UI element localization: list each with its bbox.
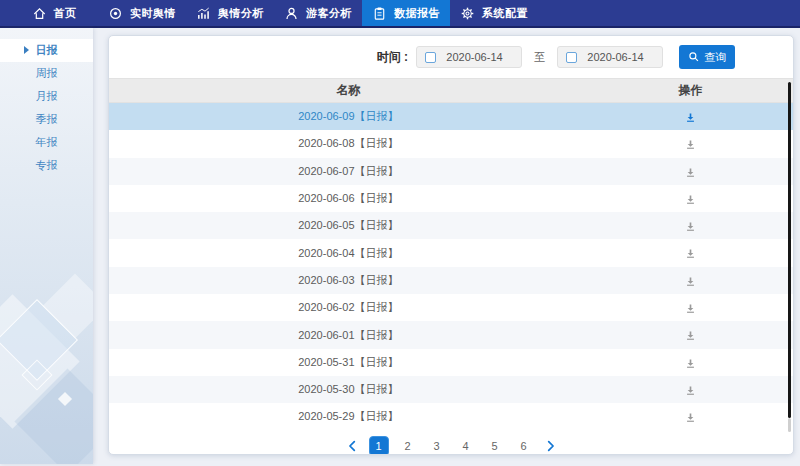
date-to-value: 2020-06-14	[577, 51, 654, 63]
sidebar-item-label: 季报	[36, 113, 58, 125]
page-number-5[interactable]: 5	[485, 436, 505, 455]
content-card: 时间 : 2020-06-14 至 2020-06-14 查询 名称 操作	[108, 35, 794, 455]
calendar-checkbox-icon[interactable]	[425, 52, 436, 63]
nav-label: 舆情分析	[218, 6, 264, 21]
table-row[interactable]: 2020-06-03【日报】	[109, 267, 793, 294]
table-header: 名称 操作	[109, 78, 793, 103]
gear-icon	[460, 6, 475, 21]
nav-label: 数据报告	[394, 6, 440, 21]
search-icon	[688, 51, 700, 63]
table-row[interactable]: 2020-05-29【日报】	[109, 403, 793, 430]
sidebar: 日报 周报 月报 季报 年报 专报	[0, 28, 93, 464]
nav-item-reports[interactable]: 数据报告	[362, 0, 450, 26]
table-row[interactable]: 2020-06-08【日报】	[109, 130, 793, 157]
report-name-link[interactable]: 2020-06-08【日报】	[109, 136, 588, 151]
download-icon[interactable]	[685, 358, 696, 369]
nav-item-settings[interactable]: 系统配置	[450, 0, 538, 26]
sidebar-item-quarterly[interactable]: 季报	[0, 108, 93, 131]
sidebar-item-label: 月报	[36, 90, 58, 102]
sidebar-item-special[interactable]: 专报	[0, 154, 93, 177]
main-content: 时间 : 2020-06-14 至 2020-06-14 查询 名称 操作	[93, 28, 800, 464]
person-icon	[284, 6, 299, 21]
download-icon[interactable]	[685, 385, 696, 396]
nav-label: 系统配置	[482, 6, 528, 21]
page-number-2[interactable]: 2	[398, 436, 418, 455]
nav-item-analysis[interactable]: 舆情分析	[186, 0, 274, 26]
date-from-input[interactable]: 2020-06-14	[416, 46, 522, 68]
download-icon[interactable]	[685, 167, 696, 178]
prev-page-icon[interactable]	[346, 439, 360, 453]
table-row[interactable]: 2020-06-06【日报】	[109, 185, 793, 212]
sidebar-decoration	[0, 244, 93, 464]
nav-item-visitor[interactable]: 游客分析	[274, 0, 362, 26]
clipboard-icon	[372, 6, 387, 21]
home-icon	[32, 6, 47, 21]
time-filter-label: 时间 :	[377, 49, 408, 66]
report-name-link[interactable]: 2020-05-29【日报】	[109, 409, 588, 424]
download-icon[interactable]	[685, 139, 696, 150]
eye-live-icon	[108, 6, 123, 21]
calendar-checkbox-icon[interactable]	[566, 52, 577, 63]
download-icon[interactable]	[685, 303, 696, 314]
date-to-input[interactable]: 2020-06-14	[557, 46, 663, 68]
sidebar-item-daily[interactable]: 日报	[0, 39, 93, 62]
page-number-6[interactable]: 6	[514, 436, 534, 455]
table-row[interactable]: 2020-06-02【日报】	[109, 294, 793, 321]
top-navbar: 首页 实时舆情 舆情分析 游客分析 数据报告 系统配置	[0, 0, 800, 28]
date-from-value: 2020-06-14	[436, 51, 513, 63]
report-name-link[interactable]: 2020-06-07【日报】	[109, 164, 588, 179]
sidebar-item-label: 日报	[36, 44, 58, 56]
sidebar-item-label: 周报	[36, 67, 58, 79]
report-name-link[interactable]: 2020-06-05【日报】	[109, 218, 588, 233]
table-row[interactable]: 2020-06-09【日报】	[109, 103, 793, 130]
table-body: 2020-06-09【日报】 2020-06-08【日报】 2020-06-07…	[109, 103, 793, 431]
download-icon[interactable]	[685, 412, 696, 423]
download-icon[interactable]	[685, 248, 696, 259]
nav-label: 实时舆情	[130, 6, 176, 21]
pagination: 1 2 3 4 5 6	[109, 433, 793, 455]
download-icon[interactable]	[685, 221, 696, 232]
table-row[interactable]: 2020-05-31【日报】	[109, 349, 793, 376]
page-number-1[interactable]: 1	[369, 436, 389, 455]
vertical-scrollbar-thumb[interactable]	[788, 82, 791, 418]
nav-item-home[interactable]: 首页	[10, 0, 98, 26]
report-name-link[interactable]: 2020-06-04【日报】	[109, 246, 588, 261]
page-number-4[interactable]: 4	[456, 436, 476, 455]
nav-label: 游客分析	[306, 6, 352, 21]
report-name-link[interactable]: 2020-06-03【日报】	[109, 273, 588, 288]
sidebar-item-label: 专报	[36, 159, 58, 171]
sidebar-item-weekly[interactable]: 周报	[0, 62, 93, 85]
report-name-link[interactable]: 2020-06-01【日报】	[109, 328, 588, 343]
vertical-scrollbar-track[interactable]	[788, 418, 791, 432]
page-number-3[interactable]: 3	[427, 436, 447, 455]
download-icon[interactable]	[685, 112, 696, 123]
date-range-separator: 至	[534, 50, 545, 65]
next-page-icon[interactable]	[543, 439, 557, 453]
report-name-link[interactable]: 2020-05-31【日报】	[109, 355, 588, 370]
report-name-link[interactable]: 2020-05-30【日报】	[109, 382, 588, 397]
report-name-link[interactable]: 2020-06-06【日报】	[109, 191, 588, 206]
table-row[interactable]: 2020-06-05【日报】	[109, 212, 793, 239]
column-header-name: 名称	[109, 82, 588, 99]
table-row[interactable]: 2020-06-04【日报】	[109, 239, 793, 266]
query-button-label: 查询	[705, 50, 727, 65]
query-button[interactable]: 查询	[679, 45, 735, 69]
sidebar-item-yearly[interactable]: 年报	[0, 131, 93, 154]
nav-item-realtime[interactable]: 实时舆情	[98, 0, 186, 26]
sidebar-item-monthly[interactable]: 月报	[0, 85, 93, 108]
download-icon[interactable]	[685, 330, 696, 341]
report-name-link[interactable]: 2020-06-02【日报】	[109, 300, 588, 315]
table-row[interactable]: 2020-06-01【日报】	[109, 321, 793, 348]
download-icon[interactable]	[685, 276, 696, 287]
filter-bar: 时间 : 2020-06-14 至 2020-06-14 查询	[109, 36, 793, 78]
nav-label: 首页	[54, 6, 77, 21]
bar-chart-icon	[196, 6, 211, 21]
table-row[interactable]: 2020-06-07【日报】	[109, 158, 793, 185]
report-name-link[interactable]: 2020-06-09【日报】	[109, 109, 588, 124]
active-triangle-icon	[24, 46, 29, 54]
column-header-action: 操作	[588, 82, 793, 99]
table-row[interactable]: 2020-05-30【日报】	[109, 376, 793, 403]
sidebar-item-label: 年报	[36, 136, 58, 148]
download-icon[interactable]	[685, 194, 696, 205]
